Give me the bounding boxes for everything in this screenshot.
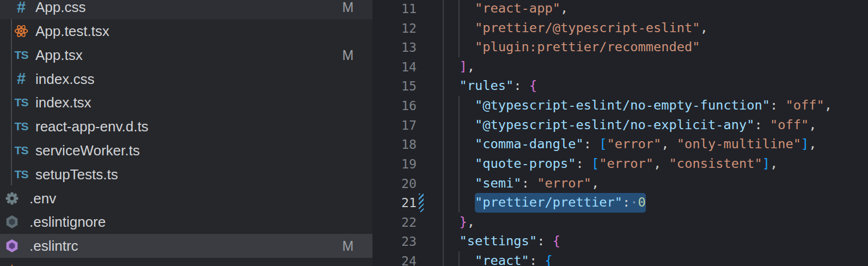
token	[444, 156, 475, 171]
sidebar-item-eslintignore[interactable]: .eslintignore	[0, 210, 372, 234]
token: "react"	[475, 253, 529, 266]
token: :	[514, 78, 529, 93]
line-number[interactable]: 15	[372, 76, 417, 96]
line-number[interactable]: 11	[372, 0, 417, 19]
typescript-icon: TS	[14, 138, 28, 162]
sidebar-item-eslintrc[interactable]: .eslintrcM	[0, 234, 372, 258]
code-line[interactable]: 18 "comma-dangle": ["error", "only-multi…	[372, 135, 868, 154]
typescript-icon: TS	[14, 43, 28, 67]
code-line-text[interactable]: "settings": {	[444, 232, 560, 251]
token: ,	[560, 1, 568, 16]
code-line[interactable]: 16 "@typescript-eslint/no-empty-function…	[372, 96, 868, 116]
token	[444, 78, 460, 93]
code-line[interactable]: 23 "settings": {	[372, 232, 868, 251]
eslint-gray-icon	[5, 210, 19, 234]
code-line[interactable]: 12 "prettier/@typescript-eslint",	[372, 19, 868, 38]
token: "comma-dangle"	[475, 136, 584, 152]
line-number[interactable]: 23	[372, 232, 417, 251]
line-number[interactable]: 14	[372, 57, 417, 77]
git-modified-badge: M	[340, 234, 356, 258]
code-line-text[interactable]: },	[444, 213, 475, 232]
code-line[interactable]: 15 "rules": {	[372, 76, 868, 96]
line-number[interactable]: 21	[372, 193, 417, 213]
line-number[interactable]: 13	[372, 38, 417, 57]
line-number[interactable]: 12	[372, 19, 417, 38]
eslint-purple-icon	[5, 234, 19, 258]
token: "@typescript-eslint/no-empty-function"	[475, 98, 770, 113]
vscode-window: #App.cssMApp.test.tsxTSApp.tsxM#index.cs…	[0, 0, 868, 266]
sidebar-item-app-tsx[interactable]: TSApp.tsxM	[0, 43, 372, 67]
code-line-text[interactable]: "prettier/prettier":·0	[444, 193, 646, 213]
code-line-text[interactable]: "@typescript-eslint/no-explicit-any": "o…	[444, 116, 817, 135]
file-name: serviceWorker.ts	[35, 138, 140, 162]
typescript-icon: TS	[14, 90, 28, 114]
code-line[interactable]: 13 "plugin:prettier/recommended"	[372, 38, 868, 57]
react-icon	[14, 19, 28, 43]
line-number[interactable]: 24	[372, 251, 417, 266]
code-line-text[interactable]: ],	[444, 57, 475, 77]
token: "off"	[770, 117, 809, 132]
token: "only-multiline"	[677, 136, 801, 152]
code-line-text[interactable]: "quote-props": ["error", "consistent"],	[444, 154, 778, 174]
token: :	[529, 253, 545, 266]
code-line-text[interactable]: "rules": {	[444, 76, 537, 96]
code-line[interactable]: 11 "react-app",	[372, 0, 868, 19]
line-number[interactable]: 19	[372, 154, 417, 174]
sidebar-item-setuptests-ts[interactable]: TSsetupTests.ts	[0, 162, 372, 186]
token: ]	[762, 156, 770, 171]
code-line[interactable]: 24 "react": {	[372, 251, 868, 266]
token: "settings"	[460, 233, 537, 249]
sidebar-item-react-app-env-d-ts[interactable]: TSreact-app-env.d.ts	[0, 114, 372, 138]
token	[444, 214, 460, 229]
code-line[interactable]: 20 "semi": "error",	[372, 174, 868, 194]
code-line[interactable]: 22 },	[372, 213, 868, 232]
token: "error"	[537, 176, 591, 191]
code-line-text[interactable]: "semi": "error",	[444, 174, 599, 194]
sidebar-item-index-tsx[interactable]: TSindex.tsx	[0, 90, 372, 114]
sidebar-item-index-css[interactable]: #index.css	[0, 67, 372, 91]
token: 0	[638, 195, 646, 210]
line-number[interactable]: 20	[372, 174, 417, 194]
token: "semi"	[475, 176, 522, 191]
sidebar-item-serviceworker-ts[interactable]: TSserviceWorker.ts	[0, 138, 372, 162]
typescript-icon: TS	[14, 162, 28, 186]
token	[444, 253, 475, 266]
token	[444, 136, 475, 152]
code-line-text[interactable]: "comma-dangle": ["error", "only-multilin…	[444, 135, 817, 154]
token	[444, 176, 475, 191]
firebase-flame-icon	[5, 258, 19, 266]
token: :	[584, 136, 600, 152]
code-line[interactable]: 14 ],	[372, 57, 868, 77]
code-line[interactable]: 17 "@typescript-eslint/no-explicit-any":…	[372, 116, 868, 135]
code-editor[interactable]: 11 "react-app",12 "prettier/@typescript-…	[372, 0, 868, 266]
line-number[interactable]: 17	[372, 116, 417, 135]
code-line-text[interactable]: "react": {	[444, 251, 553, 266]
line-number[interactable]: 22	[372, 213, 417, 232]
token: ,	[770, 156, 778, 171]
line-number[interactable]: 18	[372, 135, 417, 154]
gutter-modified-indicator-icon	[419, 194, 424, 212]
text-selection: "prettier/prettier":·0	[475, 193, 646, 213]
file-name: index.tsx	[35, 90, 91, 114]
code-line-text[interactable]: "prettier/@typescript-eslint",	[444, 19, 708, 38]
token: "@typescript-eslint/no-explicit-any"	[475, 117, 754, 132]
token: :	[576, 156, 591, 171]
code-line-text[interactable]: "plugin:prettier/recommended"	[444, 38, 700, 57]
token: ,	[809, 136, 816, 152]
token: "error"	[607, 136, 662, 152]
line-number[interactable]: 16	[372, 96, 417, 116]
token: [	[591, 156, 599, 171]
code-line[interactable]: 19 "quote-props": ["error", "consistent"…	[372, 154, 868, 174]
token: "react-app"	[444, 1, 560, 16]
token: :	[537, 233, 553, 249]
sidebar-item-app-test-tsx[interactable]: App.test.tsx	[0, 19, 372, 43]
code-line[interactable]: 21 "prettier/prettier":·0	[372, 193, 868, 213]
code-line-text[interactable]: "@typescript-eslint/no-empty-function": …	[444, 96, 832, 116]
gear-icon	[5, 186, 19, 210]
code-line-text[interactable]: "react-app",	[444, 0, 568, 19]
sidebar-item-env[interactable]: .env	[0, 186, 372, 210]
token: "off"	[786, 98, 824, 113]
sidebar-item-partial[interactable]	[0, 258, 372, 266]
token: }	[460, 214, 467, 229]
sidebar-item-app-css[interactable]: #App.cssM	[0, 0, 372, 19]
